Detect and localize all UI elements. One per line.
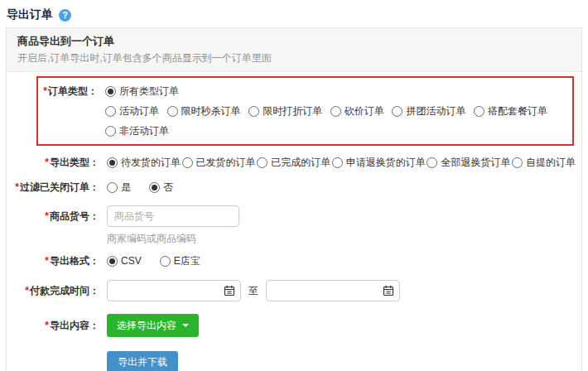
radio-label: 已发货的订单: [196, 156, 256, 170]
radio-format-edianbao[interactable]: E店宝: [160, 254, 200, 268]
submit-field: 导出并下载: [107, 351, 178, 371]
panel-header-subtitle: 开启后,订单导出时,订单包含多个商品显示到一个订单里面: [17, 52, 571, 64]
radio-circle-icon[interactable]: [427, 157, 437, 168]
radio-circle-icon[interactable]: [512, 157, 523, 168]
required-asterisk: *: [45, 320, 49, 331]
radio-flash-sale-orders[interactable]: 限时秒杀订单: [167, 104, 241, 118]
radio-label: 是: [121, 181, 131, 195]
radio-bargain-orders[interactable]: 砍价订单: [330, 104, 384, 118]
radio-circle-icon[interactable]: [107, 157, 118, 168]
radio-activity-orders[interactable]: 活动订单: [105, 104, 159, 118]
radio-circle-icon[interactable]: [474, 106, 484, 117]
date-range-separator: 至: [248, 284, 258, 298]
required-asterisk: *: [25, 285, 29, 296]
payment-time-fields: 至: [107, 280, 400, 301]
radio-return-requested-orders[interactable]: 申请退换货的订单: [332, 156, 426, 170]
radio-circle-icon[interactable]: [160, 256, 171, 267]
radio-label: 限时秒杀订单: [181, 104, 241, 118]
caret-down-icon: [182, 324, 189, 327]
export-type-label: *导出类型：: [7, 156, 99, 170]
required-asterisk: *: [15, 181, 19, 193]
radio-non-activity-orders[interactable]: 非活动订单: [105, 124, 169, 138]
export-content-row: *导出内容： 选择导出内容: [7, 314, 581, 337]
radio-self-pickup-orders[interactable]: 自提的订单: [512, 156, 576, 170]
export-download-button[interactable]: 导出并下载: [107, 351, 178, 371]
radio-filter-no[interactable]: 否: [149, 181, 173, 195]
order-type-option-row: 所有类型订单: [105, 84, 547, 99]
radio-circle-icon[interactable]: [107, 182, 118, 193]
radio-shipped-orders[interactable]: 已发货的订单: [182, 156, 256, 170]
payment-time-label: *付款完成时间：: [7, 284, 99, 298]
field-label-text: 导出格式：: [50, 255, 99, 267]
required-asterisk: *: [45, 255, 49, 267]
product-sku-field: 商家编码或商品编码: [107, 205, 239, 244]
radio-completed-orders[interactable]: 已完成的订单: [257, 156, 330, 170]
page-header: 导出订单 ?: [0, 0, 588, 22]
calendar-icon[interactable]: [383, 285, 394, 299]
radio-format-csv[interactable]: CSV: [107, 254, 142, 268]
radio-circle-icon[interactable]: [182, 157, 193, 168]
export-content-field: 选择导出内容: [107, 314, 199, 337]
order-type-label: *订单类型：: [38, 84, 98, 99]
order-type-option-row: 活动订单 限时秒杀订单 限时打折订单 砍价订单: [105, 104, 547, 118]
field-label-text: 付款完成时间：: [30, 285, 99, 296]
radio-circle-icon[interactable]: [105, 86, 116, 97]
radio-circle-icon[interactable]: [330, 106, 341, 117]
order-type-options: 所有类型订单 活动订单 限时秒杀订单: [105, 84, 547, 138]
radio-circle-icon[interactable]: [332, 157, 343, 168]
field-label-text: 导出类型：: [50, 157, 99, 168]
field-label-text: 导出内容：: [50, 320, 99, 331]
filter-closed-label: *过滤已关闭订单：: [7, 181, 99, 195]
radio-circle-icon[interactable]: [257, 157, 267, 168]
export-type-options: 待发货的订单 已发货的订单 已完成的订单 申请退换货的订单 全部退换货订单: [107, 156, 576, 170]
radio-time-discount-orders[interactable]: 限时打折订单: [248, 104, 322, 118]
calendar-icon[interactable]: [224, 285, 235, 299]
export-format-row: *导出格式： CSV E店宝: [7, 254, 581, 268]
panel-header: 商品导出到一个订单 开启后,订单导出时,订单包含多个商品显示到一个订单里面: [7, 28, 581, 72]
export-orders-panel: 商品导出到一个订单 开启后,订单导出时,订单包含多个商品显示到一个订单里面 *订…: [6, 27, 582, 371]
export-content-label: *导出内容：: [7, 319, 99, 333]
radio-label: 拼团活动订单: [406, 104, 465, 118]
order-type-highlight-box: *订单类型： 所有类型订单 活动订单: [36, 76, 574, 146]
payment-time-from-wrap: [107, 280, 241, 301]
field-label-text: 商品货号：: [50, 210, 99, 222]
select-export-content-button[interactable]: 选择导出内容: [107, 314, 199, 337]
radio-label: 否: [163, 181, 173, 195]
product-sku-input[interactable]: [107, 205, 239, 227]
radio-filter-yes[interactable]: 是: [107, 181, 131, 195]
radio-pending-shipment-orders[interactable]: 待发货的订单: [107, 156, 181, 170]
radio-circle-icon[interactable]: [105, 126, 116, 137]
radio-all-returns-orders[interactable]: 全部退换货订单: [427, 156, 510, 170]
radio-label: 自提的订单: [526, 156, 576, 170]
radio-combo-package-orders[interactable]: 搭配套餐订单: [474, 104, 547, 118]
export-type-row: *导出类型： 待发货的订单 已发货的订单 已完成的订单 申请退换货的订单: [7, 156, 581, 170]
radio-circle-icon[interactable]: [248, 106, 259, 117]
radio-label: 已完成的订单: [271, 156, 330, 170]
required-asterisk: *: [45, 210, 49, 222]
export-format-options: CSV E店宝: [107, 254, 200, 268]
radio-label: CSV: [121, 254, 142, 268]
payment-time-to-input[interactable]: [266, 280, 400, 301]
product-sku-label: *商品货号：: [7, 205, 99, 224]
field-label-text: 过滤已关闭订单：: [20, 181, 99, 193]
radio-all-type-orders[interactable]: 所有类型订单: [105, 84, 179, 99]
select-export-content-label: 选择导出内容: [117, 319, 176, 333]
radio-circle-icon[interactable]: [392, 106, 402, 117]
field-label-text: 订单类型：: [48, 85, 98, 97]
submit-row: 导出并下载: [7, 351, 581, 371]
radio-group-buy-orders[interactable]: 拼团活动订单: [392, 104, 465, 118]
radio-circle-icon[interactable]: [105, 106, 116, 117]
payment-time-row: *付款完成时间： 至: [7, 280, 581, 301]
filter-closed-options: 是 否: [107, 181, 173, 195]
radio-label: 搭配套餐订单: [488, 104, 547, 118]
radio-circle-icon[interactable]: [149, 182, 160, 193]
order-type-row: *订单类型： 所有类型订单 活动订单: [38, 84, 572, 138]
export-format-label: *导出格式：: [7, 254, 99, 268]
radio-label: 砍价订单: [345, 104, 384, 118]
radio-circle-icon[interactable]: [107, 256, 118, 267]
radio-circle-icon[interactable]: [167, 106, 178, 117]
required-asterisk: *: [43, 85, 47, 97]
help-icon[interactable]: ?: [59, 9, 71, 22]
required-asterisk: *: [45, 157, 49, 168]
payment-time-from-input[interactable]: [107, 280, 241, 301]
